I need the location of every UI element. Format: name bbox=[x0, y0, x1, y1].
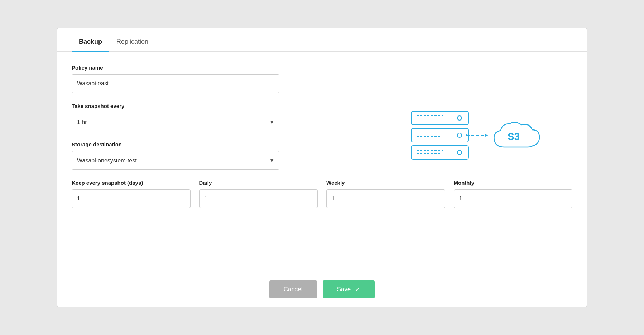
cancel-button[interactable]: Cancel bbox=[269, 280, 317, 298]
tab-replication-label: Replication bbox=[116, 38, 148, 45]
tab-replication[interactable]: Replication bbox=[109, 32, 155, 52]
snapshot-select-wrapper: 1 hr 2 hr 4 hr 8 hr 12 hr 24 hr ▼ bbox=[72, 113, 279, 131]
tab-backup[interactable]: Backup bbox=[72, 32, 109, 52]
daily-input[interactable] bbox=[199, 189, 318, 208]
checkmark-icon: ✓ bbox=[355, 286, 360, 293]
save-button[interactable]: Save ✓ bbox=[323, 280, 375, 298]
tab-content-backup: Policy name Take snapshot every 1 hr 2 h… bbox=[57, 52, 587, 272]
daily-label: Daily bbox=[199, 180, 318, 186]
dialog: Backup Replication Policy name Take snap… bbox=[57, 28, 587, 307]
weekly-input[interactable] bbox=[326, 189, 445, 208]
footer: Cancel Save ✓ bbox=[57, 272, 587, 307]
storage-select[interactable]: Wasabi-onesystem-test bbox=[72, 151, 279, 170]
weekly-item: Weekly bbox=[326, 180, 445, 208]
svg-marker-14 bbox=[485, 133, 488, 137]
policy-name-input[interactable] bbox=[72, 74, 279, 93]
policy-name-label: Policy name bbox=[72, 65, 572, 71]
policy-name-group: Policy name bbox=[72, 65, 572, 93]
keep-snapshot-input[interactable] bbox=[72, 189, 191, 208]
backup-illustration-icon: S3 bbox=[408, 104, 544, 176]
monthly-label: Monthly bbox=[454, 180, 573, 186]
snapshot-select[interactable]: 1 hr 2 hr 4 hr 8 hr 12 hr 24 hr bbox=[72, 113, 279, 131]
svg-point-3 bbox=[457, 116, 462, 120]
svg-rect-4 bbox=[411, 128, 468, 142]
svg-point-7 bbox=[457, 133, 462, 137]
main-content: Policy name Take snapshot every 1 hr 2 h… bbox=[72, 65, 572, 218]
snapshot-row: Keep every snapshot (days) Daily Weekly bbox=[72, 180, 572, 208]
svg-point-11 bbox=[457, 150, 462, 155]
svg-text:S3: S3 bbox=[508, 131, 520, 142]
snapshot-retention-group: Keep every snapshot (days) Daily Weekly bbox=[72, 180, 572, 208]
daily-item: Daily bbox=[199, 180, 318, 208]
keep-snapshot-label: Keep every snapshot (days) bbox=[72, 180, 191, 186]
cancel-label: Cancel bbox=[284, 286, 303, 293]
save-label: Save bbox=[337, 286, 351, 293]
illustration: S3 bbox=[408, 104, 544, 177]
tab-bar: Backup Replication bbox=[57, 32, 587, 52]
monthly-item: Monthly bbox=[454, 180, 573, 208]
monthly-input[interactable] bbox=[454, 189, 573, 208]
storage-select-wrapper: Wasabi-onesystem-test ▼ bbox=[72, 151, 279, 170]
tab-backup-label: Backup bbox=[79, 38, 102, 45]
svg-point-13 bbox=[466, 134, 468, 136]
weekly-label: Weekly bbox=[326, 180, 445, 186]
keep-snapshot-item: Keep every snapshot (days) bbox=[72, 180, 191, 208]
svg-rect-0 bbox=[411, 111, 468, 125]
svg-rect-8 bbox=[411, 146, 468, 159]
